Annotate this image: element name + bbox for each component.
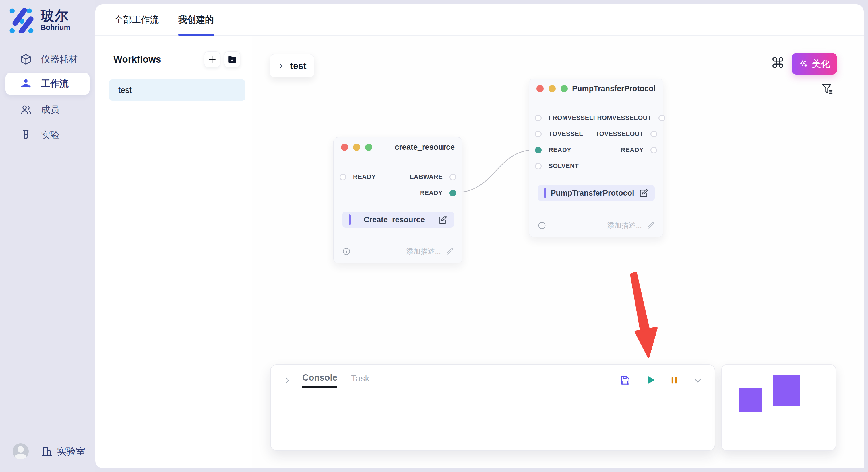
port-in-tovessel[interactable]: TOVESSEL <box>535 130 583 138</box>
console-header: Console Task <box>271 365 715 388</box>
minimap[interactable] <box>721 365 836 451</box>
traffic-green-dot[interactable] <box>365 144 372 151</box>
beautify-label: 美化 <box>812 58 830 70</box>
breadcrumb[interactable]: test <box>270 54 314 77</box>
node-function-pill[interactable]: Create_resource <box>342 212 454 228</box>
user-avatar[interactable] <box>12 443 29 460</box>
port-handle[interactable] <box>535 131 541 137</box>
node-footer: 添加描述... <box>538 221 655 230</box>
port-handle[interactable] <box>650 147 657 154</box>
port-label: FROMVESSEL <box>549 114 593 122</box>
workflow-tabbar: 全部工作流 我创建的 <box>95 4 864 36</box>
workflows-panel-header: Workflows <box>113 51 240 67</box>
port-handle-connected[interactable] <box>535 147 541 154</box>
edit-icon[interactable] <box>639 188 648 198</box>
port-handle[interactable] <box>658 115 665 121</box>
workflow-canvas[interactable]: test ⌘ 美化 <box>252 36 864 468</box>
workflow-item-name: test <box>118 86 132 95</box>
description-text: 添加描述... <box>607 221 642 230</box>
pencil-icon <box>445 247 454 256</box>
traffic-yellow-dot[interactable] <box>549 85 556 92</box>
workflows-actions <box>204 51 240 67</box>
port-label: READY <box>353 173 376 181</box>
console-output-area[interactable] <box>271 388 715 445</box>
description-placeholder[interactable]: 添加描述... <box>406 247 454 256</box>
workflow-list-item-test[interactable]: test <box>109 79 245 101</box>
node-pump-transfer-protocol[interactable]: PumpTransferProtocol FROMVESSEL FROMVESS… <box>529 78 663 237</box>
command-shortcuts-icon[interactable]: ⌘ <box>771 56 785 70</box>
bohrium-workflow-app: 玻尔 Bohrium 仪器耗材 工作流 <box>0 0 868 472</box>
port-label: TOVESSEL <box>549 130 583 138</box>
traffic-lights <box>536 85 568 92</box>
description-placeholder[interactable]: 添加描述... <box>607 221 655 230</box>
node-title: create_resource <box>395 143 455 152</box>
tab-my-created[interactable]: 我创建的 <box>178 4 214 35</box>
sidebar-item-label: 成员 <box>41 103 59 116</box>
port-label: SOLVENT <box>549 162 579 170</box>
traffic-green-dot[interactable] <box>561 85 568 92</box>
node-create-resource[interactable]: create_resource READY LABWARE <box>333 137 462 263</box>
port-out-labware[interactable]: LABWARE <box>410 173 456 181</box>
pill-label: PumpTransferProtocol <box>546 189 639 198</box>
run-play-icon[interactable] <box>645 375 656 386</box>
port-out-ready[interactable]: READY <box>420 189 456 197</box>
port-handle[interactable] <box>340 174 346 180</box>
filter-icon[interactable] <box>822 83 834 96</box>
annotation-arrow <box>625 266 671 363</box>
sidebar-item-members[interactable]: 成员 <box>5 99 90 121</box>
workspace-switcher[interactable]: 实验室 <box>41 445 85 458</box>
port-handle[interactable] <box>650 131 657 137</box>
tab-all-workflows[interactable]: 全部工作流 <box>114 4 159 35</box>
import-folder-button[interactable] <box>224 51 240 67</box>
node-ports: FROMVESSEL FROMVESSELOUT TOVESSEL <box>529 99 663 174</box>
sparkles-icon <box>799 59 809 69</box>
tab-task[interactable]: Task <box>351 373 369 387</box>
port-in-ready[interactable]: READY <box>340 173 376 181</box>
port-handle-connected[interactable] <box>450 190 456 196</box>
active-tab-underline <box>178 34 214 36</box>
edit-icon[interactable] <box>438 215 447 225</box>
beautify-button[interactable]: 美化 <box>792 53 837 74</box>
port-in-solvent[interactable]: SOLVENT <box>535 162 579 170</box>
port-out-ready[interactable]: READY <box>621 146 657 154</box>
chevron-down-icon[interactable] <box>693 375 703 385</box>
save-icon[interactable] <box>619 374 631 386</box>
port-in-fromvessel[interactable]: FROMVESSEL <box>535 114 593 122</box>
port-out-tovesselout[interactable]: TOVESSELOUT <box>595 130 657 138</box>
console-toolbar <box>619 374 703 386</box>
workflows-title: Workflows <box>113 54 161 65</box>
traffic-yellow-dot[interactable] <box>353 144 360 151</box>
pause-icon[interactable] <box>670 375 679 385</box>
pencil-icon <box>646 221 655 230</box>
node-function-pill[interactable]: PumpTransferProtocol <box>538 185 655 201</box>
info-icon[interactable] <box>342 247 351 256</box>
port-handle[interactable] <box>535 163 541 169</box>
sidebar-item-workflows[interactable]: 工作流 <box>5 72 90 95</box>
info-icon[interactable] <box>538 221 546 230</box>
port-handle[interactable] <box>535 115 541 121</box>
logo-subtitle: Bohrium <box>41 23 70 32</box>
collapse-chevron-icon[interactable] <box>283 376 291 384</box>
bohrium-logo-icon <box>9 7 34 33</box>
traffic-red-dot[interactable] <box>341 144 348 151</box>
port-in-ready[interactable]: READY <box>535 146 571 154</box>
sidebar-footer: 实验室 <box>12 443 85 460</box>
main-content: 全部工作流 我创建的 Workflows <box>95 4 864 468</box>
port-handle[interactable] <box>450 174 456 180</box>
traffic-red-dot[interactable] <box>536 85 544 92</box>
app-logo[interactable]: 玻尔 Bohrium <box>9 7 70 33</box>
tab-console[interactable]: Console <box>302 372 337 388</box>
pill-accent-bar <box>544 188 546 198</box>
workspace-name: 实验室 <box>57 445 85 458</box>
cube-icon <box>20 53 32 65</box>
sidebar: 玻尔 Bohrium 仪器耗材 工作流 <box>0 0 95 472</box>
traffic-lights <box>341 144 372 151</box>
sidebar-item-instruments[interactable]: 仪器耗材 <box>5 48 90 71</box>
port-label: READY <box>621 146 644 154</box>
add-workflow-button[interactable] <box>204 51 220 67</box>
minimap-node-create-resource <box>739 388 763 412</box>
port-out-fromvesselout[interactable]: FROMVESSELOUT <box>593 114 665 122</box>
sidebar-item-experiments[interactable]: 实验 <box>5 124 90 146</box>
test-tube-icon <box>20 129 32 141</box>
node-header: PumpTransferProtocol <box>529 79 663 99</box>
